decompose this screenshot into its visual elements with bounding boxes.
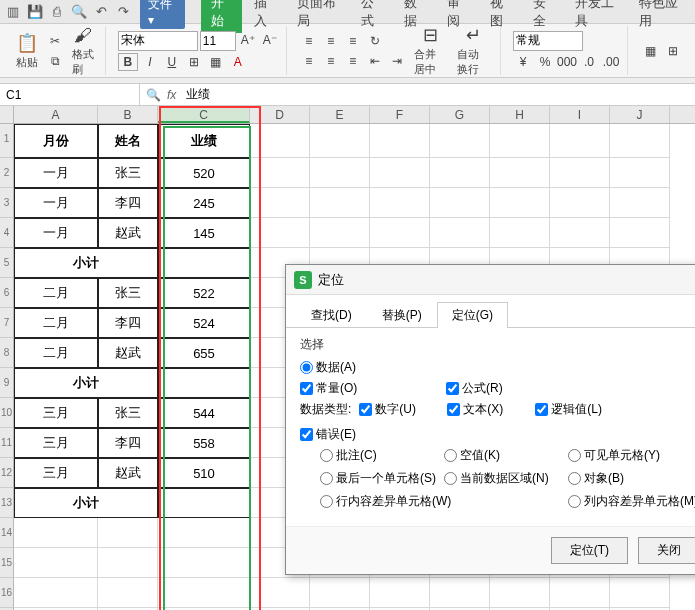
- chk-number[interactable]: [359, 403, 372, 416]
- tab-goto[interactable]: 定位(G): [437, 302, 508, 328]
- col-E[interactable]: E: [310, 106, 370, 123]
- cell-subtotal-score[interactable]: [158, 248, 250, 278]
- cell-empty[interactable]: [490, 158, 550, 188]
- wrap-text-button[interactable]: ↵ 自动换行: [453, 22, 494, 79]
- cell-empty[interactable]: [430, 124, 490, 158]
- col-J[interactable]: J: [610, 106, 670, 123]
- cell-score[interactable]: 544: [158, 398, 250, 428]
- radio-blank[interactable]: [444, 449, 457, 462]
- name-box[interactable]: C1: [0, 84, 140, 105]
- radio-rowdiff[interactable]: [320, 495, 333, 508]
- cell-month[interactable]: 二月: [14, 278, 98, 308]
- find-icon[interactable]: 🔍: [146, 88, 161, 102]
- cell-score[interactable]: 655: [158, 338, 250, 368]
- cell-month[interactable]: 三月: [14, 428, 98, 458]
- cell-empty[interactable]: [250, 218, 310, 248]
- opt-comment[interactable]: 批注(C): [320, 447, 440, 464]
- goto-button[interactable]: 定位(T): [551, 537, 628, 564]
- cell-empty[interactable]: [490, 578, 550, 608]
- cell-name[interactable]: 赵武: [98, 218, 158, 248]
- cell-month[interactable]: 二月: [14, 338, 98, 368]
- cell-empty[interactable]: [370, 218, 430, 248]
- chk-text[interactable]: [447, 403, 460, 416]
- cell-month[interactable]: 一月: [14, 218, 98, 248]
- col-D[interactable]: D: [250, 106, 310, 123]
- cell-score[interactable]: 245: [158, 188, 250, 218]
- chk-logical[interactable]: [535, 403, 548, 416]
- cell-empty[interactable]: [310, 578, 370, 608]
- cell-empty[interactable]: [550, 218, 610, 248]
- cell-empty[interactable]: [158, 518, 250, 548]
- tab-replace[interactable]: 替换(P): [367, 302, 437, 328]
- opt-object[interactable]: 对象(B): [568, 470, 695, 487]
- opt-constant[interactable]: 常量(O): [300, 380, 380, 397]
- cell-empty[interactable]: [430, 218, 490, 248]
- row-header-16[interactable]: 16: [0, 578, 14, 608]
- cell-empty[interactable]: [430, 578, 490, 608]
- row-header-13[interactable]: 13: [0, 488, 14, 518]
- col-A[interactable]: A: [14, 106, 98, 123]
- cell-empty[interactable]: [490, 218, 550, 248]
- cell-subtotal-score[interactable]: [158, 368, 250, 398]
- cell-empty[interactable]: [98, 518, 158, 548]
- select-all-corner[interactable]: [0, 106, 14, 123]
- cell-name[interactable]: 赵武: [98, 458, 158, 488]
- radio-visible[interactable]: [568, 449, 581, 462]
- cell-name[interactable]: 张三: [98, 158, 158, 188]
- cell-header-score[interactable]: 业绩: [158, 124, 250, 158]
- cell-score[interactable]: 145: [158, 218, 250, 248]
- cell-empty[interactable]: [430, 158, 490, 188]
- cell-header-name[interactable]: 姓名: [98, 124, 158, 158]
- cut-icon[interactable]: ✂: [45, 32, 65, 50]
- print-icon[interactable]: ⎙: [48, 3, 66, 21]
- row-header-3[interactable]: 3: [0, 188, 14, 218]
- undo-icon[interactable]: ↶: [92, 3, 110, 21]
- cell-empty[interactable]: [310, 188, 370, 218]
- radio-comment[interactable]: [320, 449, 333, 462]
- increase-font-icon[interactable]: A⁺: [238, 31, 258, 49]
- cell-empty[interactable]: [250, 578, 310, 608]
- cell-empty[interactable]: [158, 578, 250, 608]
- cell-name[interactable]: 赵武: [98, 338, 158, 368]
- radio-object[interactable]: [568, 472, 581, 485]
- fx-icon[interactable]: fx: [167, 88, 176, 102]
- paste-button[interactable]: 📋 粘贴: [12, 30, 42, 72]
- cell-empty[interactable]: [98, 548, 158, 578]
- cell-empty[interactable]: [610, 188, 670, 218]
- dec-inc-icon[interactable]: .0: [579, 53, 599, 71]
- col-I[interactable]: I: [550, 106, 610, 123]
- cell-empty[interactable]: [370, 188, 430, 218]
- row-header-11[interactable]: 11: [0, 428, 14, 458]
- font-color-icon[interactable]: A: [228, 53, 248, 71]
- align-bot-icon[interactable]: ≡: [343, 32, 363, 50]
- font-name-select[interactable]: [118, 31, 198, 51]
- cell-month[interactable]: 三月: [14, 458, 98, 488]
- fill-color-icon[interactable]: ▦: [206, 53, 226, 71]
- cell-empty[interactable]: [98, 578, 158, 608]
- cell-name[interactable]: 张三: [98, 278, 158, 308]
- copy-icon[interactable]: ⧉: [45, 52, 65, 70]
- cell-empty[interactable]: [310, 158, 370, 188]
- opt-coldiff[interactable]: 列内容差异单元格(M): [568, 493, 695, 510]
- cell-month[interactable]: 三月: [14, 398, 98, 428]
- chk-error[interactable]: [300, 428, 313, 441]
- row-header-8[interactable]: 8: [0, 338, 14, 368]
- row-header-5[interactable]: 5: [0, 248, 14, 278]
- cell-subtotal[interactable]: 小计: [14, 248, 158, 278]
- opt-error[interactable]: 错误(E): [300, 426, 380, 443]
- align-left-icon[interactable]: ≡: [299, 52, 319, 70]
- cell-empty[interactable]: [610, 124, 670, 158]
- preview-icon[interactable]: 🔍: [70, 3, 88, 21]
- radio-last[interactable]: [320, 472, 333, 485]
- merge-center-button[interactable]: ⊟ 合并居中: [410, 22, 451, 79]
- cell-empty[interactable]: [610, 578, 670, 608]
- cell-empty[interactable]: [550, 124, 610, 158]
- underline-button[interactable]: U: [162, 53, 182, 71]
- cell-empty[interactable]: [610, 218, 670, 248]
- close-button[interactable]: 关闭: [638, 537, 695, 564]
- opt-rowdiff[interactable]: 行内容差异单元格(W): [320, 493, 564, 510]
- comma-icon[interactable]: 000: [557, 53, 577, 71]
- opt-data[interactable]: 数据(A): [300, 359, 380, 376]
- opt-region[interactable]: 当前数据区域(N): [444, 470, 564, 487]
- format-painter-button[interactable]: 🖌 格式刷: [68, 22, 99, 79]
